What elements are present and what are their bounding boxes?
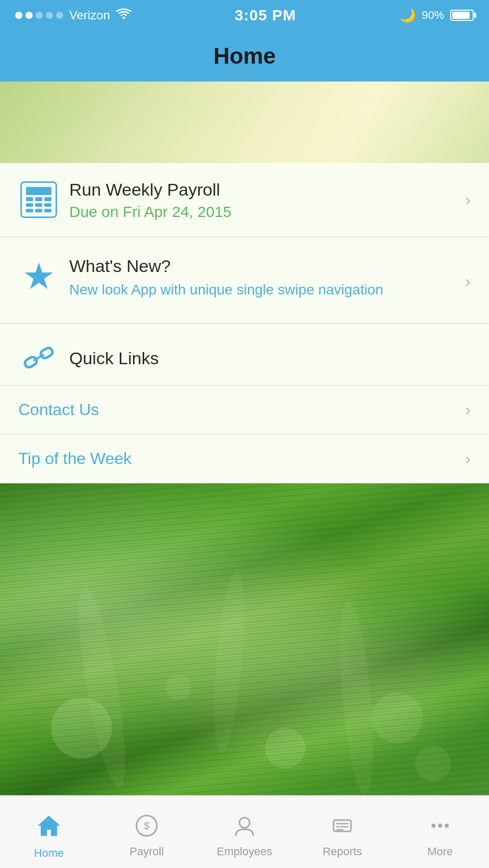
more-tab-icon <box>428 814 452 841</box>
status-left: Verizon <box>15 8 131 22</box>
payroll-tab-icon: $ <box>135 814 158 841</box>
payroll-chevron: › <box>465 191 471 209</box>
signal-dot-4 <box>46 12 53 19</box>
whats-new-item[interactable]: ★ What's New? New look App with unique s… <box>0 237 489 324</box>
content-area: Run Weekly Payroll Due on Fri Apr 24, 20… <box>0 163 489 483</box>
signal-dot-2 <box>25 12 33 19</box>
svg-point-5 <box>208 569 250 754</box>
svg-point-4 <box>69 584 135 790</box>
carrier-label: Verizon <box>69 8 110 22</box>
tab-reports[interactable]: Reports <box>293 806 391 858</box>
wifi-icon <box>116 8 131 22</box>
tip-of-week-item[interactable]: Tip of the Week › <box>0 435 489 483</box>
svg-point-7 <box>51 697 112 758</box>
page-title: Home <box>213 43 276 69</box>
svg-point-10 <box>166 674 191 700</box>
contact-us-chevron: › <box>465 400 471 419</box>
status-bar: Verizon 3:05 PM 🌙 90% <box>0 0 489 31</box>
tab-more-label: More <box>427 845 453 858</box>
battery-percent: 90% <box>422 9 444 22</box>
quick-links-section-header: Quick Links <box>0 324 489 386</box>
star-icon: ★ <box>22 258 56 294</box>
whats-new-description: New look App with unique single swipe na… <box>69 281 457 299</box>
calculator-icon-wrap <box>18 181 59 218</box>
reports-tab-icon <box>331 814 354 841</box>
whats-new-content: What's New? New look App with unique sin… <box>59 256 457 299</box>
star-icon-wrap: ★ <box>18 258 59 294</box>
quick-links-title: Quick Links <box>59 348 159 368</box>
signal-dot-3 <box>36 12 43 19</box>
payroll-item-content: Run Weekly Payroll Due on Fri Apr 24, 20… <box>59 179 457 221</box>
tab-payroll-label: Payroll <box>129 845 164 858</box>
svg-rect-1 <box>23 356 38 369</box>
chain-icon <box>20 339 57 378</box>
status-time: 3:05 PM <box>235 7 296 24</box>
svg-point-21 <box>445 824 449 828</box>
whats-new-title: What's New? <box>69 256 457 277</box>
svg-point-11 <box>415 746 451 781</box>
hero-banner-bottom <box>0 483 489 799</box>
home-icon <box>36 812 62 843</box>
tip-of-week-chevron: › <box>465 449 471 468</box>
tab-payroll[interactable]: $ Payroll <box>98 806 196 858</box>
calculator-icon <box>20 181 57 218</box>
employees-tab-icon <box>233 814 256 841</box>
signal-dot-1 <box>15 12 22 19</box>
moon-icon: 🌙 <box>399 8 416 23</box>
tab-more[interactable]: More <box>391 806 489 858</box>
signal-strength <box>15 12 63 19</box>
tab-home[interactable]: Home <box>0 804 98 860</box>
tab-home-label: Home <box>34 847 64 860</box>
svg-point-20 <box>438 824 442 828</box>
contact-us-label: Contact Us <box>18 400 99 419</box>
svg-point-0 <box>123 17 125 19</box>
svg-point-8 <box>265 728 306 769</box>
svg-text:$: $ <box>144 820 149 831</box>
status-right: 🌙 90% <box>399 8 474 23</box>
tab-employees[interactable]: Employees <box>196 806 293 858</box>
payroll-due-date: Due on Fri Apr 24, 2015 <box>69 203 457 221</box>
tab-employees-label: Employees <box>217 845 273 858</box>
app-header: Home <box>0 31 489 82</box>
payroll-item[interactable]: Run Weekly Payroll Due on Fri Apr 24, 20… <box>0 163 489 237</box>
svg-point-19 <box>431 824 436 828</box>
chain-icon-wrap <box>18 339 59 378</box>
signal-dot-5 <box>56 12 63 19</box>
svg-point-14 <box>239 818 250 828</box>
payroll-title: Run Weekly Payroll <box>69 179 457 200</box>
contact-us-item[interactable]: Contact Us › <box>0 386 489 435</box>
svg-point-6 <box>334 600 379 795</box>
svg-point-9 <box>372 692 423 743</box>
svg-rect-2 <box>39 346 54 360</box>
hero-banner-top <box>0 82 489 163</box>
tip-of-week-label: Tip of the Week <box>18 449 131 468</box>
tab-bar: Home $ Payroll Employees <box>0 795 489 868</box>
whats-new-chevron: › <box>465 272 471 291</box>
tab-reports-label: Reports <box>322 845 362 858</box>
battery-icon <box>450 10 474 21</box>
